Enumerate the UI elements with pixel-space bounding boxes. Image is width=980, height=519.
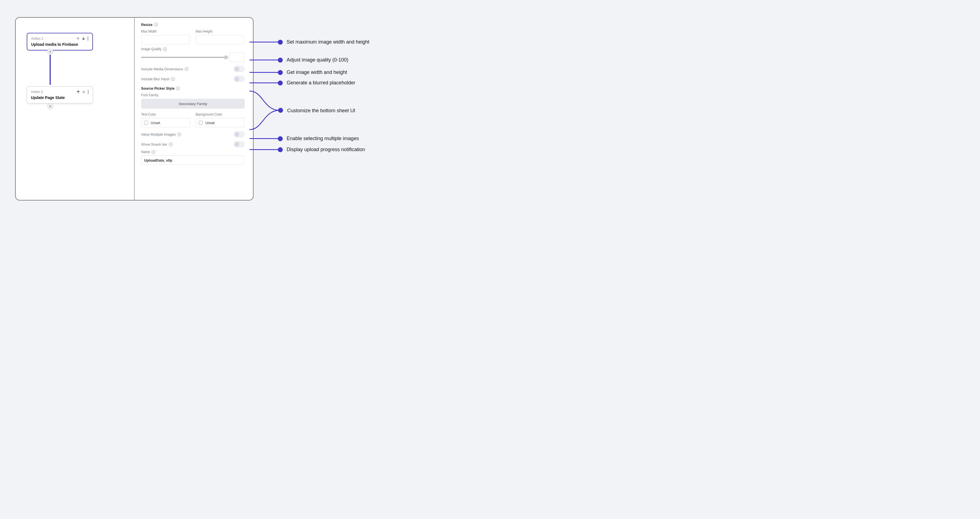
include-dims-row: Include Media Dimensions i <box>141 66 245 72</box>
include-dims-toggle[interactable] <box>234 66 245 72</box>
callout-picker: Customize the bottom sheet UI <box>283 108 355 113</box>
callout-bracket <box>250 88 285 133</box>
info-icon[interactable]: i <box>178 133 181 136</box>
name-input[interactable] <box>141 155 245 165</box>
move-up-icon[interactable] <box>76 37 80 40</box>
include-blur-label: Include Blur Hash <box>141 77 170 81</box>
info-icon[interactable]: i <box>171 77 175 81</box>
info-icon[interactable]: i <box>169 142 172 146</box>
callout-text: Adjust image quality (0-100) <box>286 57 348 63</box>
max-width-input[interactable] <box>141 35 190 45</box>
max-width-label: Max Width <box>141 29 190 34</box>
info-icon[interactable]: i <box>163 48 167 51</box>
more-icon[interactable] <box>88 90 89 94</box>
callout-dims: Set maximum image width and height <box>250 39 369 45</box>
callout-snack: Display upload progress notification <box>250 147 365 152</box>
card-header: Action 1 <box>31 37 89 40</box>
quality-slider[interactable] <box>141 57 226 58</box>
bg-color-input[interactable]: Unset <box>196 118 245 128</box>
move-up-icon[interactable] <box>76 90 80 94</box>
callout-text: Display upload progress notification <box>286 147 365 152</box>
svg-point-6 <box>278 108 283 113</box>
svg-point-2 <box>88 40 88 40</box>
card-header: Action 2 <box>31 90 89 94</box>
font-family-selector[interactable]: Secondary Family <box>141 99 245 109</box>
font-family-label: Font Family <box>141 93 245 97</box>
resize-label: Resize <box>141 22 153 27</box>
snackbar-row: Show Snack bar i <box>141 141 245 147</box>
quality-slider-row <box>141 53 245 62</box>
text-color-input[interactable]: Unset <box>141 118 190 128</box>
info-icon[interactable]: i <box>154 23 158 27</box>
max-height-label: Max Height <box>196 29 245 34</box>
slider-thumb[interactable] <box>224 56 228 59</box>
svg-point-0 <box>88 37 88 37</box>
info-icon[interactable]: i <box>151 150 155 154</box>
callout-text: Set maximum image width and height <box>286 39 369 45</box>
svg-point-5 <box>88 93 89 94</box>
allow-multiple-label: Allow Multiple Images <box>141 133 176 136</box>
name-label: Name i <box>141 150 245 154</box>
callout-quality: Adjust image quality (0-100) <box>250 57 348 63</box>
callout-getdims: Get image width and height <box>250 70 347 75</box>
connector-line <box>49 54 51 85</box>
max-height-input[interactable] <box>196 35 245 45</box>
image-quality-label: Image Quality i <box>141 47 245 51</box>
text-color-value: Unset <box>151 121 160 125</box>
callout-text: Generate a blurred placeholder <box>286 80 355 86</box>
include-blur-toggle[interactable] <box>234 76 245 82</box>
callout-text: Enable selecting multiple images <box>286 136 359 142</box>
svg-point-1 <box>88 38 88 39</box>
source-picker-label: Source Picker Style <box>141 86 175 91</box>
info-icon[interactable]: i <box>176 86 180 90</box>
callout-multi: Enable selecting multiple images <box>250 136 359 142</box>
quality-input[interactable] <box>229 53 245 62</box>
swatch-icon <box>199 121 202 125</box>
action-title: Upload media to Firebase <box>31 42 89 46</box>
font-family-value: Secondary Family <box>178 102 207 106</box>
snackbar-toggle[interactable] <box>234 141 245 147</box>
action-index-label: Action 1 <box>31 37 43 40</box>
add-action-button[interactable]: + <box>47 48 53 54</box>
card-icons <box>76 37 89 40</box>
svg-point-4 <box>88 91 89 92</box>
callout-text: Customize the bottom sheet UI <box>287 108 355 113</box>
snackbar-label: Show Snack bar <box>141 142 167 147</box>
more-icon[interactable] <box>88 37 89 40</box>
move-down-icon[interactable] <box>82 37 85 40</box>
action-card-2[interactable]: Action 2 Update Page State <box>27 86 93 104</box>
properties-pane: Resize i Max Width Max Height Image Qual… <box>135 18 253 200</box>
bg-color-value: Unset <box>205 121 215 125</box>
move-down-icon[interactable] <box>82 90 86 94</box>
action-index-label: Action 2 <box>31 90 43 94</box>
app-window: Action 1 Upload media to Firebase + <box>15 17 253 201</box>
svg-point-3 <box>88 90 89 91</box>
allow-multiple-row: Allow Multiple Images i <box>141 131 245 137</box>
actions-canvas: Action 1 Upload media to Firebase + <box>16 18 134 200</box>
resize-section-title: Resize i <box>141 22 245 27</box>
callout-text: Get image width and height <box>286 70 347 75</box>
callout-blur: Generate a blurred placeholder <box>250 80 355 86</box>
card-icons <box>76 90 89 94</box>
include-dims-label: Include Media Dimensions <box>141 67 183 71</box>
swatch-icon <box>144 121 148 125</box>
info-icon[interactable]: i <box>185 67 188 71</box>
action-card-1[interactable]: Action 1 Upload media to Firebase <box>27 33 93 51</box>
bg-color-label: Background Color <box>196 112 245 117</box>
add-action-button[interactable]: + <box>47 103 53 109</box>
action-title: Update Page State <box>31 96 89 100</box>
source-picker-title: Source Picker Style i <box>141 86 245 91</box>
allow-multiple-toggle[interactable] <box>234 131 245 137</box>
image-quality-text: Image Quality <box>141 47 162 51</box>
text-color-label: Text Color <box>141 112 190 117</box>
include-blur-row: Include Blur Hash i <box>141 76 245 82</box>
name-label-text: Name <box>141 150 150 154</box>
